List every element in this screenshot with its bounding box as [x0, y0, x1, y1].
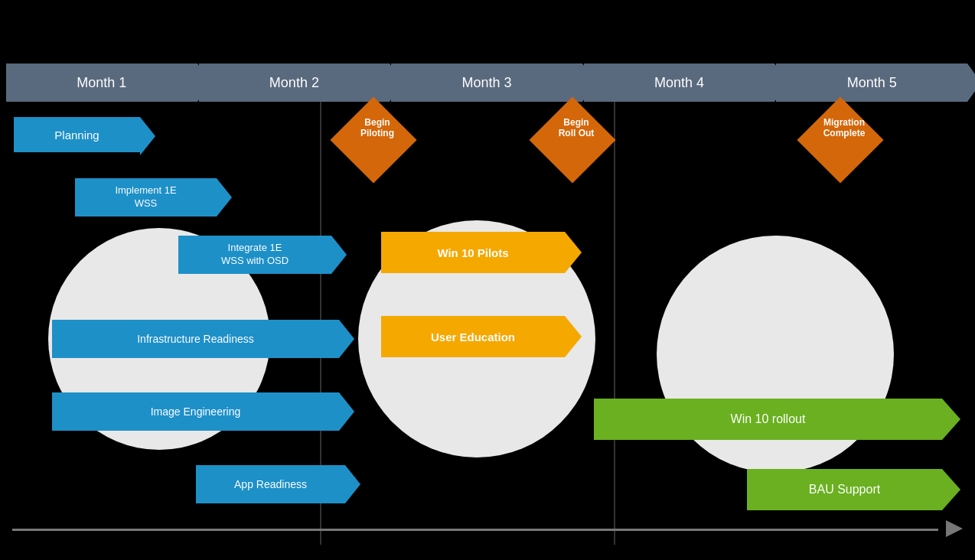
month-5: Month 5: [776, 63, 967, 102]
bau-support-label: BAU Support: [809, 483, 880, 497]
win10-pilots-arrow: Win 10 Pilots: [381, 232, 565, 273]
begin-rollout-label: BeginRoll Out: [542, 117, 611, 139]
infra-readiness-label: Infrastructure Readiness: [137, 333, 254, 345]
begin-rollout-diamond: [529, 96, 615, 183]
migration-complete-label: MigrationComplete: [810, 117, 879, 139]
win10-rollout-label: Win 10 rollout: [731, 412, 806, 426]
month-1: Month 1: [6, 63, 197, 102]
migration-complete-container: MigrationComplete: [802, 106, 879, 174]
win10-rollout-arrow: Win 10 rollout: [594, 399, 942, 440]
app-readiness-arrow: App Readiness: [196, 465, 345, 503]
user-education-label: User Education: [431, 330, 515, 343]
month-3: Month 3: [391, 63, 582, 102]
begin-rollout-container: BeginRoll Out: [538, 106, 607, 174]
bau-support-arrow: BAU Support: [747, 469, 942, 510]
migration-complete-diamond: [797, 96, 883, 183]
implement-wss-label: Implement 1EWSS: [115, 184, 176, 210]
image-engineering-arrow: Image Engineering: [52, 392, 339, 431]
timeline-axis-arrow: [946, 520, 963, 537]
implement-wss-arrow: Implement 1EWSS: [75, 178, 217, 217]
divider-2: [614, 102, 615, 545]
user-education-arrow: User Education: [381, 316, 565, 357]
image-engineering-label: Image Engineering: [151, 405, 241, 418]
begin-piloting-label: BeginPiloting: [343, 117, 412, 139]
integrate-wss-label: Integrate 1EWSS with OSD: [221, 242, 289, 268]
main-area: Planning Implement 1EWSS Integrate 1EWSS…: [6, 102, 969, 545]
win10-pilots-label: Win 10 Pilots: [437, 246, 508, 259]
begin-piloting-diamond: [330, 96, 416, 183]
planning-arrow: Planning: [14, 117, 140, 152]
infra-readiness-arrow: Infrastructure Readiness: [52, 320, 339, 358]
timeline-header: Month 1 Month 2 Month 3 Month 4 Month 5: [6, 63, 969, 102]
month-4: Month 4: [584, 63, 775, 102]
month-2: Month 2: [199, 63, 390, 102]
planning-label: Planning: [54, 129, 99, 142]
timeline-axis-line: [12, 529, 938, 531]
begin-piloting-container: BeginPiloting: [339, 106, 408, 174]
app-readiness-label: App Readiness: [234, 478, 307, 490]
integrate-wss-arrow: Integrate 1EWSS with OSD: [178, 236, 331, 274]
